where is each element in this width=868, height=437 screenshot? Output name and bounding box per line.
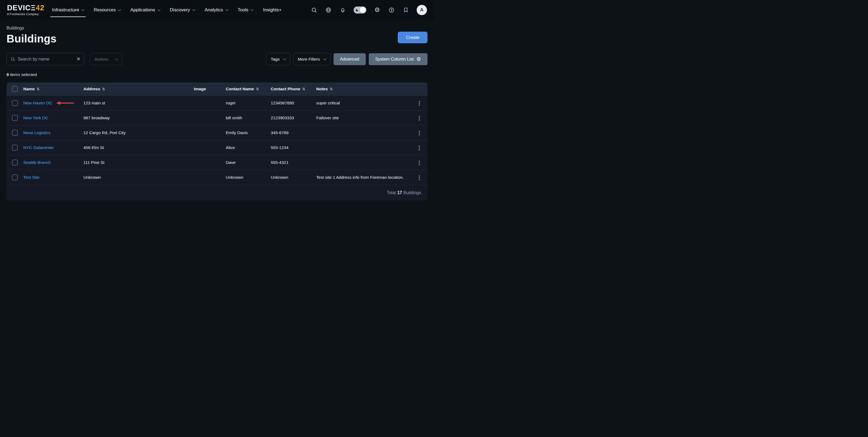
sort-icon[interactable]: ⇅ [102,87,105,91]
create-button[interactable]: Create [398,32,428,43]
more-filters-dropdown[interactable]: More Filters [293,53,331,65]
buildings-table: Name⇅ Address⇅ Image Contact Name⇅ Conta… [6,82,428,200]
actions-dropdown[interactable]: Actions [90,53,122,65]
address-cell: 12 Cargo Rd, Port City [83,130,194,135]
address-cell: 456 Elm St [83,145,194,150]
row-checkbox[interactable] [12,145,18,150]
row-checkbox[interactable] [12,130,18,136]
device42-logo[interactable]: DEVICΞ42 A Freshworks Company [7,4,44,16]
clear-search-icon[interactable]: ✕ [76,56,81,62]
chevron-down-icon [81,8,84,11]
annotation-arrow-icon [56,101,74,105]
row-actions-kebab-icon[interactable]: ⋮ [417,100,422,106]
system-column-list-button[interactable]: System Column List ⚙ [369,53,428,65]
column-header-address[interactable]: Address⇅ [83,87,194,91]
contact-name-cell: bill smith [226,115,271,120]
nav-item-infrastructure[interactable]: Infrastructure [52,7,84,13]
column-header-contact-name[interactable]: Contact Name⇅ [226,87,271,91]
tags-dropdown[interactable]: Tags [266,53,290,65]
page-content: Buildings Buildings Create ✕ Actions Tag… [0,26,434,200]
table-header-row: Name⇅ Address⇅ Image Contact Name⇅ Conta… [6,82,428,96]
contact-phone-cell: 345-6789 [271,130,316,135]
row-checkbox[interactable] [12,115,18,121]
column-header-contact-phone[interactable]: Contact Phone⇅ [271,87,316,91]
nav-item-discovery[interactable]: Discovery [170,7,195,13]
nav-item-tools[interactable]: Tools [238,7,253,13]
search-icon[interactable] [311,6,317,13]
nav-item-resources[interactable]: Resources [94,7,121,13]
chevron-down-icon [192,8,195,11]
sort-icon[interactable]: ⇅ [256,87,259,91]
chevron-down-icon [251,8,254,11]
chevron-down-icon [115,57,118,60]
building-name-link[interactable]: Nova Logistics [23,130,51,135]
column-header-image: Image [194,87,226,91]
top-navbar: DEVICΞ42 A Freshworks Company Infrastruc… [0,0,434,20]
address-cell: 111 Pine St [83,160,194,165]
table-footer: Total 17 Buildings [6,185,428,200]
main-nav: Infrastructure Resources Applications Di… [52,7,282,13]
row-actions-kebab-icon[interactable]: ⋮ [417,174,422,181]
selected-summary: 0 items selected [6,72,428,77]
sort-icon[interactable]: ⇅ [302,87,305,91]
notes-cell: super critical [316,101,414,105]
dark-mode-toggle[interactable] [353,6,366,13]
toggle-knob [360,7,366,13]
contact-phone-cell: 1234567890 [271,101,316,105]
row-actions-kebab-icon[interactable]: ⋮ [417,160,422,166]
contact-phone-cell: Unknown [271,175,316,180]
contact-name-cell: Dave [226,160,271,165]
building-name-link[interactable]: Test Site [23,175,39,180]
table-row: New Haven DC 123 main st roger 123456789… [6,96,428,110]
contact-phone-cell: 2123903333 [271,115,316,120]
breadcrumb[interactable]: Buildings [6,26,57,31]
search-icon [10,57,15,62]
search-input[interactable] [18,57,74,62]
address-cell: 987 broadway [83,115,194,120]
contact-phone-cell: 555-1234 [271,145,316,150]
chevron-down-icon [283,57,286,60]
moon-icon [355,8,359,13]
nav-item-analytics[interactable]: Analytics [205,7,228,13]
table-row: Test Site Unknown Unknown Unknown Test s… [6,170,428,185]
row-actions-kebab-icon[interactable]: ⋮ [417,145,422,151]
settings-gear-icon[interactable]: ⚙ [374,6,381,13]
select-all-checkbox[interactable] [12,86,18,92]
building-name-link[interactable]: New York DC [23,115,48,120]
chevron-down-icon [118,8,121,11]
building-name-link[interactable]: New Haven DC [23,101,52,105]
logo-text: DEVICΞ42 [7,4,44,12]
column-header-name[interactable]: Name⇅ [23,87,83,91]
row-checkbox[interactable] [12,160,18,166]
globe-icon[interactable] [325,6,332,13]
navbar-actions: ⚙ A [311,5,427,15]
table-row: New York DC 987 broadway bill smith 2123… [6,110,428,125]
row-actions-kebab-icon[interactable]: ⋮ [417,130,422,136]
row-actions-kebab-icon[interactable]: ⋮ [417,115,422,121]
sort-icon[interactable]: ⇅ [330,87,333,91]
sort-icon[interactable]: ⇅ [36,87,39,91]
contact-name-cell: Emily Davis [226,130,271,135]
logo-tagline: A Freshworks Company [7,12,44,16]
notifications-bell-icon[interactable] [339,6,346,13]
search-box: ✕ [6,53,85,65]
contact-name-cell: Unknown [226,175,271,180]
chevron-down-icon [323,57,326,60]
bookmark-icon[interactable] [402,6,409,13]
row-checkbox[interactable] [12,100,18,106]
contact-phone-cell: 555-4321 [271,160,316,165]
address-cell: Unknown [83,175,194,180]
address-cell: 123 main st [83,101,194,105]
nav-item-insights[interactable]: Insights+ [263,7,282,13]
notes-cell: Failover site [316,115,414,120]
nav-item-applications[interactable]: Applications [130,7,160,13]
building-name-link[interactable]: Seattle Branch [23,160,51,165]
row-checkbox[interactable] [12,174,18,180]
building-name-link[interactable]: NYC Datacenter [23,145,54,150]
advanced-button[interactable]: Advanced [334,53,366,65]
user-avatar[interactable]: A [417,5,427,15]
column-header-notes[interactable]: Notes⇅ [316,87,414,91]
chevron-down-icon [225,8,228,11]
notes-cell: Test site 1 Address info from Foreman lo… [316,175,414,180]
help-icon[interactable] [388,6,395,13]
